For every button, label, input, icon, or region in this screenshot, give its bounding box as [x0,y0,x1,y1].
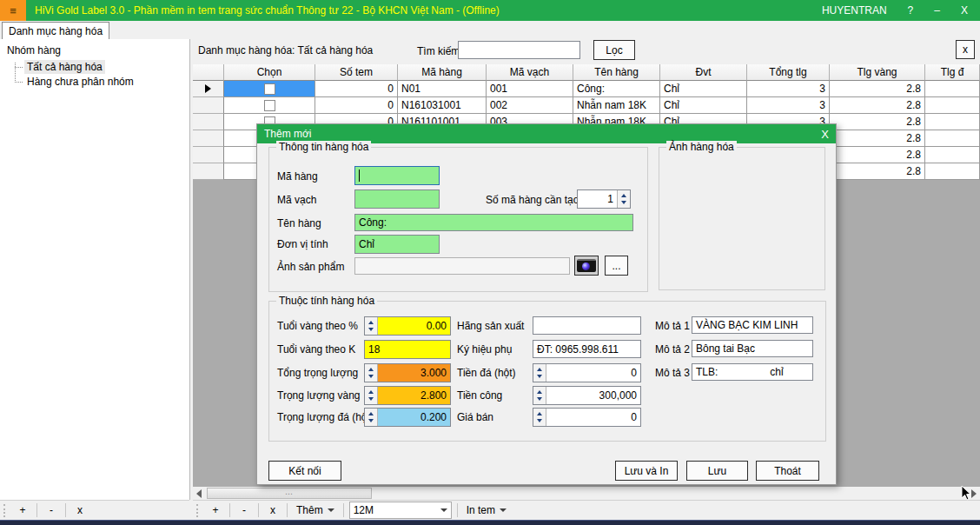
ket-noi-button[interactable]: Kết nối [268,461,341,481]
cell-so-tem[interactable]: 0 [315,97,398,114]
cell-ma-hang[interactable]: N01 [398,81,487,97]
don-vi-tinh-input[interactable]: Chỉ [354,235,440,254]
grid-hscrollbar[interactable]: ⋯ [193,487,980,500]
cell-tlg-da[interactable] [925,114,980,130]
cell-tlg-vang[interactable]: 2.8 [830,163,925,180]
row-selector[interactable] [193,114,224,130]
tong-trong-luong-stepper[interactable]: 3.000 [364,363,451,382]
spinner-arrows-icon[interactable] [533,409,546,426]
cell-ma-vach[interactable]: 001 [487,81,573,97]
cell-dvt[interactable]: Chỉ [660,97,747,114]
row-checkbox[interactable] [264,100,275,111]
row-selector[interactable] [193,130,224,147]
col-tlg-vang[interactable]: Tlg vàng [830,64,925,81]
cell-tlg-vang[interactable]: 2.8 [830,130,925,147]
tuoi-vang-pct-stepper[interactable]: 0.00 [364,316,451,336]
them-dropdown-button[interactable]: Thêm [293,502,338,519]
tree-item-tat-ca-hang-hoa[interactable]: Tất cả hàng hóa [24,60,105,74]
mo-ta-3-input[interactable]: TLB: chỉ [692,363,813,381]
col-chon[interactable]: Chọn [224,64,315,81]
tree-item-hang-chua-phan-nhom[interactable]: Hàng chưa phân nhóm [24,75,136,89]
spinner-arrows-icon[interactable] [365,317,378,335]
col-ten-hang[interactable]: Tên hàng [573,64,660,81]
cell-tlg-vang[interactable]: 2.8 [830,147,925,163]
dialog-close-button[interactable]: X [821,128,829,141]
row-selector[interactable] [193,163,224,180]
row-selector[interactable] [193,147,224,163]
group-remove-button[interactable]: - [43,502,60,519]
tien-cong-stepper[interactable]: 300,000 [533,386,641,405]
cell-tlg-da[interactable] [925,97,980,114]
anh-san-pham-input[interactable] [354,257,570,275]
row-checkbox[interactable] [264,83,275,95]
select-cell[interactable] [224,81,315,97]
close-button[interactable]: X [961,4,968,17]
minimize-button[interactable]: – [934,4,940,17]
cell-tlg-da[interactable] [925,147,980,163]
trong-luong-vang-stepper[interactable]: 2.800 [364,386,451,405]
cell-tong-tlg[interactable]: 3 [747,97,830,114]
scroll-left-arrow-icon[interactable] [196,489,202,498]
table-row[interactable]: 0 N01 001 Công: Chỉ 3 2.8 [193,81,980,97]
cell-ma-vach[interactable]: 002 [487,97,573,114]
col-tlg-da[interactable]: Tlg đ [925,64,980,81]
cell-tlg-vang[interactable]: 2.8 [830,81,925,97]
spinner-arrows-icon[interactable] [617,190,630,208]
row-selector[interactable] [193,81,224,97]
item-close-button[interactable]: x [264,502,281,519]
luu-button[interactable]: Lưu [686,461,748,481]
filter-button[interactable]: Lọc [593,40,635,60]
cell-tlg-da[interactable] [925,81,980,97]
ten-hang-input[interactable]: Công: [354,214,633,231]
so-ma-hang-stepper[interactable]: 1 [577,189,631,209]
col-so-tem[interactable]: Số tem [315,64,398,81]
ma-hang-input[interactable] [354,166,440,185]
hang-san-xuat-input[interactable] [533,316,641,335]
help-button[interactable]: ? [908,4,914,17]
gia-ban-stepper[interactable]: 0 [533,408,641,427]
panel-close-button[interactable]: x [956,40,975,59]
col-dvt[interactable]: Đvt [660,64,747,81]
tien-da-stepper[interactable]: 0 [533,363,641,382]
cell-tlg-vang[interactable]: 2.8 [830,114,925,130]
label-size-combo[interactable]: 12M [349,502,452,519]
row-selector[interactable] [193,97,224,114]
col-tong-tlg[interactable]: Tổng tlg [747,64,830,81]
spinner-arrows-icon[interactable] [365,409,378,426]
tuoi-vang-k-input[interactable]: 18 [364,340,451,359]
mo-ta-2-input[interactable]: Bông tai Bạc [692,340,813,357]
search-input[interactable] [458,41,580,59]
cell-tlg-da[interactable] [925,130,980,147]
trong-luong-da-stepper[interactable]: 0.200 [364,408,451,427]
luu-va-in-button[interactable]: Lưu và In [615,461,678,481]
cell-dvt[interactable]: Chỉ [660,81,747,97]
cell-tong-tlg[interactable]: 3 [747,81,830,97]
group-close-button[interactable]: x [71,502,89,519]
tab-danh-muc-hang-hoa[interactable]: Danh mục hàng hóa [2,22,109,39]
mo-ta-1-input[interactable]: VÀNG BẠC KIM LINH [692,316,813,334]
spinner-arrows-icon[interactable] [365,364,378,382]
cell-tlg-vang[interactable]: 2.8 [830,97,925,114]
table-row[interactable]: 0 N161031001 002 Nhẫn nam 18K Chỉ 3 2.8 [193,97,980,114]
camera-button[interactable] [574,256,599,276]
ky-hieu-phu-input[interactable]: ĐT: 0965.998.611 [533,340,641,358]
group-add-button[interactable]: + [14,502,31,519]
spinner-arrows-icon[interactable] [533,364,546,382]
spinner-arrows-icon[interactable] [365,387,378,404]
cell-ma-hang[interactable]: N161031001 [398,97,487,114]
select-cell[interactable] [224,97,315,114]
cell-ten-hang[interactable]: Nhẫn nam 18K [573,97,660,114]
cell-so-tem[interactable]: 0 [315,81,398,97]
scrollbar-thumb[interactable]: ⋯ [207,488,372,499]
spinner-arrows-icon[interactable] [533,387,546,404]
col-ma-vach[interactable]: Mã vạch [487,64,573,81]
ma-vach-input[interactable] [354,189,440,209]
item-add-button[interactable]: + [207,502,224,519]
item-remove-button[interactable]: - [235,502,253,519]
cell-ten-hang[interactable]: Công: [573,81,660,97]
splitter[interactable] [189,39,190,500]
thoat-button[interactable]: Thoát [756,461,819,481]
cell-tlg-da[interactable] [925,163,980,180]
browse-button[interactable]: ... [605,256,628,276]
in-tem-dropdown-button[interactable]: In tem [463,502,510,519]
